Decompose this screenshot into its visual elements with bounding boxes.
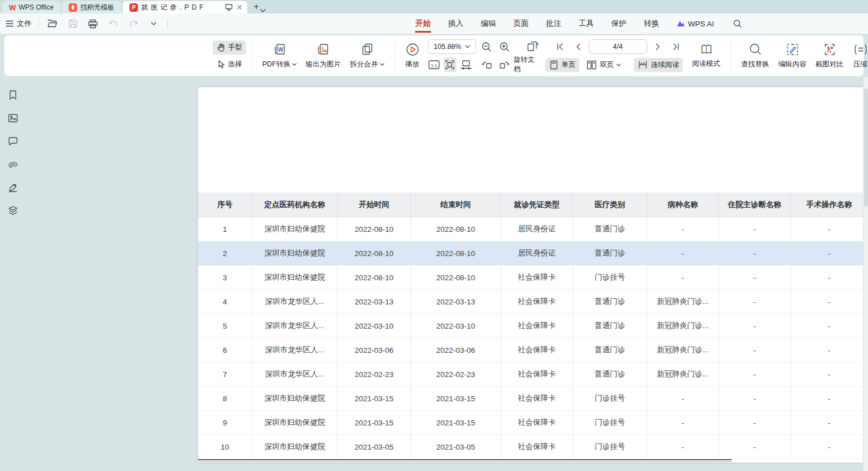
present-window-icon[interactable] <box>225 4 232 11</box>
fit-width-button[interactable] <box>444 57 457 72</box>
tab-convert[interactable]: 转换 <box>643 14 660 33</box>
book-icon <box>699 43 714 56</box>
play-button[interactable]: 播放 <box>401 41 424 70</box>
edit-content-button[interactable]: 编辑内容 <box>774 41 811 70</box>
pdf-convert-button[interactable]: W PDF转换 <box>258 41 301 70</box>
tab-page[interactable]: 页面 <box>513 14 529 33</box>
find-replace-button[interactable]: 查找替换 <box>737 41 774 70</box>
page-indicator-value: 4/4 <box>613 43 623 51</box>
rotate-document-label[interactable]: 旋转文档 <box>513 55 538 74</box>
select-tool-button[interactable]: 选择 <box>213 57 246 71</box>
tab-home[interactable]: 开始 <box>415 14 431 33</box>
tab-insert[interactable]: 插入 <box>448 14 464 33</box>
table-cell: - <box>791 314 863 338</box>
tab-list-chevron-icon[interactable] <box>260 9 266 12</box>
continuous-reading-button[interactable]: 连续阅读 <box>634 58 683 72</box>
hand-tool-label: 手型 <box>228 43 242 52</box>
table-header-row: 序号定点医药机构名称开始时间结束时间就诊凭证类型医疗类别病种名称住院主诊断名称手… <box>198 192 863 217</box>
single-page-label: 单页 <box>561 60 575 70</box>
close-tab-icon[interactable]: ✕ <box>236 3 243 12</box>
thumbnail-panel-icon[interactable] <box>7 113 19 124</box>
open-file-icon[interactable] <box>46 17 59 30</box>
zoom-in-button[interactable] <box>498 39 512 54</box>
tab-docer-templates[interactable]: 找稻壳模板 <box>62 1 121 14</box>
table-cell: 新冠肺炎门诊... <box>647 290 719 314</box>
single-page-button[interactable]: 单页 <box>545 58 579 72</box>
tab-document-active[interactable]: P 就医记录.PDF ✕ <box>123 1 247 14</box>
table-cell: 社会保障卡 <box>501 314 573 338</box>
bookmark-panel-icon[interactable] <box>7 89 19 101</box>
file-menu-button[interactable]: 文件 <box>6 19 32 29</box>
attachment-panel-icon[interactable] <box>7 159 19 170</box>
hand-tool-button[interactable]: 手型 <box>213 41 246 55</box>
rotate-pages-icon[interactable] <box>526 39 540 54</box>
pdf-page[interactable]: 序号定点医药机构名称开始时间结束时间就诊凭证类型医疗类别病种名称住院主诊断名称手… <box>198 87 863 463</box>
tab-protect[interactable]: 保护 <box>611 14 627 33</box>
rotate-left-button[interactable] <box>481 57 494 72</box>
table-row: 5深圳市龙华区人...2022-03-102022-03-10社会保障卡普通门诊… <box>198 314 863 338</box>
table-cell: 普通门诊 <box>573 290 647 314</box>
export-image-button[interactable]: 输出为图片 <box>301 41 346 70</box>
split-merge-icon <box>360 42 374 57</box>
table-cell: - <box>719 314 791 338</box>
last-page-button[interactable] <box>669 39 683 54</box>
tab-wps-office[interactable]: W WPS Office <box>2 1 60 14</box>
screenshot-compare-button[interactable]: 截图对比 <box>811 41 848 70</box>
compress-label: 压缩 <box>853 60 867 69</box>
toolbar-empty-area <box>5 35 213 76</box>
table-row: 4深圳市龙华区人...2022-03-132022-03-13社会保障卡普通门诊… <box>198 290 863 314</box>
tab-document-label: 就医记录.PDF <box>141 3 206 12</box>
wps-ai-button[interactable]: WPS AI <box>676 20 714 28</box>
redo-icon[interactable] <box>127 17 140 30</box>
table-cell: 2021-03-15 <box>338 411 411 435</box>
table-cell: - <box>719 217 791 241</box>
first-page-button[interactable] <box>553 39 567 54</box>
vertical-scrollbar[interactable] <box>863 77 868 471</box>
table-cell: - <box>791 435 863 459</box>
ribbon-tabs: 开始 插入 编辑 页面 批注 工具 保护 转换 WPS AI <box>415 14 744 34</box>
find-replace-label: 查找替换 <box>741 60 769 69</box>
screenshot-compare-label: 截图对比 <box>816 60 844 69</box>
comment-panel-icon[interactable] <box>7 136 19 147</box>
menu-search-icon[interactable] <box>731 17 744 30</box>
zoom-out-button[interactable] <box>480 39 494 54</box>
split-merge-label: 拆分合并 <box>350 60 378 69</box>
layers-panel-icon[interactable] <box>7 205 19 216</box>
new-tab-button[interactable]: + <box>253 1 259 12</box>
zoom-level-dropdown[interactable]: 105.88% <box>428 39 476 54</box>
undo-icon[interactable] <box>106 17 120 30</box>
chevron-down-icon <box>465 45 470 48</box>
table-cell: 4 <box>198 290 252 314</box>
tab-edit[interactable]: 编辑 <box>480 14 496 33</box>
table-cell: 门诊挂号 <box>573 387 647 411</box>
previous-page-button[interactable] <box>571 39 585 54</box>
table-cell: 2022-03-13 <box>411 290 501 314</box>
print-icon[interactable] <box>86 17 100 30</box>
table-cell: 门诊挂号 <box>573 435 647 459</box>
table-cell: 深圳市妇幼保健院 <box>252 387 338 411</box>
save-icon[interactable] <box>66 17 79 30</box>
tab-wps-office-label: WPS Office <box>19 3 53 11</box>
table-cell: 2022-02-23 <box>338 362 411 387</box>
page-indicator-input[interactable]: 4/4 <box>589 39 647 54</box>
tab-comment[interactable]: 批注 <box>545 14 562 33</box>
table-cell: 普通门诊 <box>573 338 647 362</box>
table-cell: - <box>647 411 719 435</box>
table-cell: 深圳市妇幼保健院 <box>252 217 338 241</box>
next-page-button[interactable] <box>651 39 665 54</box>
signature-panel-icon[interactable] <box>7 182 19 193</box>
read-mode-button[interactable]: 阅读模式 <box>688 42 725 70</box>
tab-tools[interactable]: 工具 <box>578 14 594 33</box>
actual-size-button[interactable]: 1:1 <box>428 57 441 72</box>
scrollbar-thumb[interactable] <box>864 88 868 207</box>
quick-access-chevron-icon[interactable] <box>147 17 160 30</box>
table-row: 2深圳市妇幼保健院2022-08-102022-08-10居民身份证普通门诊--… <box>198 241 863 266</box>
double-page-button[interactable]: 双页 <box>583 58 625 72</box>
table-cell: - <box>647 435 719 459</box>
compress-button[interactable]: 压缩 <box>848 41 868 70</box>
rotate-right-button[interactable] <box>498 57 511 72</box>
split-merge-button[interactable]: 拆分合并 <box>346 41 389 70</box>
fit-page-button[interactable] <box>460 57 473 72</box>
table-cell: 普通门诊 <box>573 241 647 266</box>
tab-docer-label: 找稻壳模板 <box>80 3 114 12</box>
